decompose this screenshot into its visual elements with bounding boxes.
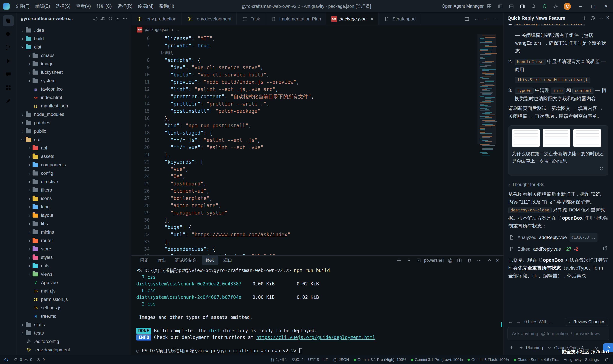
plus-icon[interactable] xyxy=(396,257,402,264)
tree-folder-views[interactable]: ›views xyxy=(16,270,131,278)
tree-folder-image[interactable]: ›image xyxy=(16,60,131,68)
tree-folder-mixins[interactable]: ›mixins xyxy=(16,228,131,236)
tab-Scratchpad[interactable]: Scratchpad xyxy=(378,13,421,25)
menu-编辑(E)[interactable]: 编辑(E) xyxy=(32,2,53,10)
tree-file-favicon.ico[interactable]: ▨favicon.ico xyxy=(16,85,131,93)
tree-folder-store[interactable]: ›store xyxy=(16,245,131,253)
tree-file-permission.js[interactable]: JSpermission.js xyxy=(16,295,131,304)
minimize-button[interactable]: ─ xyxy=(579,4,582,9)
tab-.env.production[interactable]: .env.production xyxy=(131,13,181,25)
tree-folder-node_modules[interactable]: ›node_modules xyxy=(16,110,131,118)
tree-folder-luckysheet[interactable]: ›luckysheet xyxy=(16,68,131,77)
close-chat-icon[interactable]: × xyxy=(606,15,609,21)
menu-运行(R)[interactable]: 运行(R) xyxy=(115,2,135,10)
terminal-tab-终端[interactable]: 终端 xyxy=(202,256,218,265)
nav-forward-icon[interactable]: → xyxy=(483,16,488,22)
dots-icon[interactable] xyxy=(492,16,499,22)
extra-indicator[interactable]: 0 xyxy=(36,357,45,362)
chat-input[interactable] xyxy=(512,331,605,336)
tree-file-settings.js[interactable]: JSsettings.js xyxy=(16,304,131,312)
sidebarL-icon[interactable] xyxy=(497,3,503,10)
search-icon[interactable] xyxy=(530,3,537,10)
nav-back-icon[interactable]: ← xyxy=(474,16,479,22)
tree-folder-utils[interactable]: ›utils xyxy=(16,261,131,270)
planning-selector[interactable]: Planning xyxy=(518,344,543,351)
terminal-tab-调试控制台[interactable]: 调试控制台 xyxy=(171,256,201,265)
tree-folder-build[interactable]: ›build xyxy=(16,34,131,43)
model-quota[interactable]: Claude Sonnet 4.6 (Th... xyxy=(514,358,559,362)
screenshot-thumbnail[interactable] xyxy=(512,129,540,147)
terminal-tab-问题[interactable]: 问题 xyxy=(136,256,152,265)
tab-package.json[interactable]: npmpackage.json× xyxy=(326,13,378,25)
tree-file-.editorconfig[interactable]: .editorconfig xyxy=(16,337,131,346)
grid-icon[interactable] xyxy=(486,3,492,10)
dots-icon[interactable] xyxy=(122,15,128,22)
gear-icon[interactable] xyxy=(553,3,559,10)
tree-folder-config[interactable]: ›config xyxy=(16,169,131,177)
chevD-icon[interactable] xyxy=(406,257,412,264)
newfolder-icon[interactable] xyxy=(100,15,106,22)
remote-icon[interactable] xyxy=(3,357,10,363)
tree-folder-public[interactable]: ›public xyxy=(16,127,131,135)
model-quota[interactable]: Gemini 3.1 Pro (Low): 100% xyxy=(411,358,463,362)
refresh-icon[interactable] xyxy=(107,15,113,22)
status-language[interactable]: {}JSON xyxy=(333,358,349,362)
tab-Implementation Plan[interactable]: Implementation Plan xyxy=(265,13,326,25)
tree-file-App.vue[interactable]: VApp.vue xyxy=(16,278,131,287)
tree-folder-directive[interactable]: ›directive xyxy=(16,177,131,186)
activity-search[interactable] xyxy=(3,29,14,40)
activity-files[interactable] xyxy=(3,15,14,26)
redo-icon[interactable] xyxy=(598,165,605,172)
close-window-button[interactable]: ✕ xyxy=(604,4,608,9)
activity-rocket[interactable] xyxy=(3,96,14,107)
close-panel-icon[interactable]: × xyxy=(496,258,499,263)
bell-icon[interactable] xyxy=(603,357,610,363)
tree-folder-router[interactable]: ›router xyxy=(16,236,131,245)
terminal-output[interactable]: PS D:\项目\乐福翔pc端\view-pc\gyro-craftsman-w… xyxy=(131,265,503,357)
menu-转到(G)[interactable]: 转到(G) xyxy=(94,2,114,10)
plus-icon[interactable] xyxy=(508,344,515,351)
dots-icon[interactable] xyxy=(598,15,604,21)
trash-icon[interactable] xyxy=(466,257,473,264)
tree-folder-icons[interactable]: ›icons xyxy=(16,194,131,203)
file-operation-row[interactable]: EditedaddReply.vue+27-2 xyxy=(508,245,608,253)
panelB-icon[interactable] xyxy=(508,3,515,10)
status-cursor-position[interactable]: 行 1, 列 1 xyxy=(271,357,287,362)
tree-folder-.idea[interactable]: ›.idea xyxy=(16,26,131,34)
problems-indicator[interactable]: 00 xyxy=(14,357,32,362)
code-editor[interactable]: 6 "license": "MIT",7 "private": true, ▷调… xyxy=(131,34,503,255)
tab-.env.development[interactable]: .env.development xyxy=(181,13,237,25)
tree-file-.env.development[interactable]: .env.development xyxy=(16,346,131,354)
terminal-tab-输出[interactable]: 输出 xyxy=(153,256,170,265)
nav-back-icon[interactable]: ← xyxy=(508,319,513,324)
screenshot-thumbnail[interactable] xyxy=(543,129,571,147)
tree-file-manifest.json[interactable]: {}manifest.json xyxy=(16,102,131,110)
nav-forward-icon[interactable]: → xyxy=(516,319,521,324)
status-indentation[interactable]: 空格: 2 xyxy=(292,357,304,362)
tree-folder-patches[interactable]: ›patches xyxy=(16,118,131,127)
openext-icon[interactable] xyxy=(602,245,608,251)
file-operation-row[interactable]: AnalyzedaddReply.vue#L316-33... xyxy=(508,233,608,242)
activity-git[interactable] xyxy=(3,42,14,53)
at-icon[interactable]: @ xyxy=(448,258,453,263)
tree-file-main.js[interactable]: JSmain.js xyxy=(16,287,131,295)
collapse-icon[interactable] xyxy=(114,15,121,22)
terminal-tab-端口[interactable]: 端口 xyxy=(220,256,236,265)
tree-folder-dist[interactable]: ›dist xyxy=(16,43,131,51)
tree-folder-system[interactable]: ›system xyxy=(16,77,131,85)
tree-folder-filters[interactable]: ›filters xyxy=(16,186,131,194)
tree-folder-src[interactable]: ›src xyxy=(16,135,131,144)
menu-选择(S)[interactable]: 选择(S) xyxy=(53,2,73,10)
tree-folder-tests[interactable]: ›tests xyxy=(16,329,131,337)
plus-icon[interactable] xyxy=(581,15,588,21)
menu-终端(M)[interactable]: 终端(M) xyxy=(135,2,156,10)
tree-folder-layout[interactable]: ›layout xyxy=(16,211,131,220)
tree-folder-api[interactable]: ›api xyxy=(16,144,131,152)
avatar[interactable]: C xyxy=(564,3,571,10)
status-encoding[interactable]: UTF-8 xyxy=(308,358,319,362)
clock-icon[interactable] xyxy=(589,15,596,21)
shield-icon[interactable] xyxy=(541,3,548,10)
tree-file-index.html[interactable]: <>index.html xyxy=(16,93,131,102)
tree-folder-cmaps[interactable]: ›cmaps xyxy=(16,51,131,60)
menu-文件(F)[interactable]: 文件(F) xyxy=(12,2,32,10)
